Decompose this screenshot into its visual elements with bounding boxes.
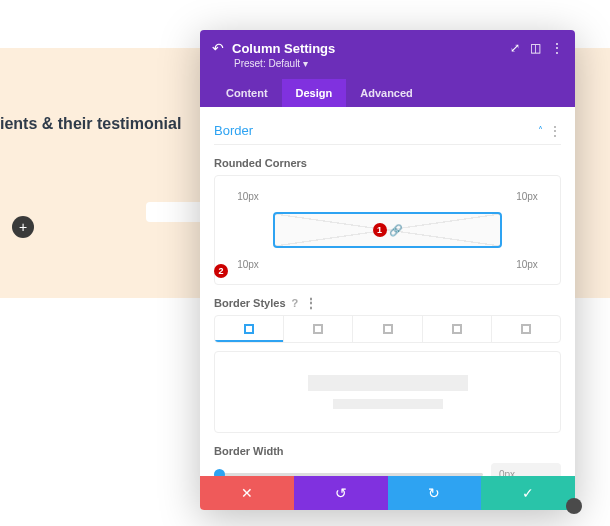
- preset-dropdown[interactable]: Preset: Default ▾: [234, 58, 563, 69]
- style-left[interactable]: [492, 316, 560, 342]
- corner-tr[interactable]: 10px: [508, 191, 546, 202]
- modal-body: Border ˄ ⋮ Rounded Corners 10px 10px 1 🔗…: [200, 107, 575, 476]
- rounded-corners-label: Rounded Corners: [214, 157, 561, 169]
- annotation-1: 1: [373, 223, 387, 237]
- corners-link-box[interactable]: 1 🔗: [273, 212, 502, 248]
- expand-icon[interactable]: ⤢: [510, 41, 520, 55]
- column-settings-modal: ↶ Column Settings ⤢ ◫ ⋮ Preset: Default …: [200, 30, 575, 510]
- back-icon[interactable]: ↶: [212, 40, 224, 56]
- link-icon[interactable]: 🔗: [389, 224, 403, 237]
- style-all[interactable]: [215, 316, 284, 342]
- help-icon[interactable]: ?: [292, 297, 299, 309]
- tab-content[interactable]: Content: [212, 79, 282, 107]
- corner-tl[interactable]: 10px: [229, 191, 267, 202]
- border-width-value[interactable]: 0px: [491, 463, 561, 476]
- tab-design[interactable]: Design: [282, 79, 347, 107]
- corner-br[interactable]: 10px: [508, 259, 546, 270]
- style-bottom[interactable]: [423, 316, 492, 342]
- border-preview: [214, 351, 561, 433]
- slider-thumb[interactable]: [214, 469, 225, 477]
- section-options-icon[interactable]: ⋮: [549, 124, 561, 138]
- save-button[interactable]: ✓: [481, 476, 575, 510]
- redo-button[interactable]: ↻: [388, 476, 482, 510]
- annotation-2: 2: [214, 264, 228, 278]
- style-top[interactable]: [284, 316, 353, 342]
- chevron-up-icon: ˄: [538, 125, 543, 136]
- modal-title: Column Settings: [232, 41, 335, 56]
- modal-footer: ✕ ↺ ↻ ✓: [200, 476, 575, 510]
- rounded-corners-control[interactable]: 10px 10px 1 🔗 10px 10px 2: [214, 175, 561, 285]
- border-styles-selector[interactable]: [214, 315, 561, 343]
- corner-bl[interactable]: 10px: [229, 259, 267, 270]
- resize-handle[interactable]: [566, 498, 582, 514]
- border-width-label: Border Width: [214, 445, 561, 457]
- style-right[interactable]: [353, 316, 422, 342]
- cancel-button[interactable]: ✕: [200, 476, 294, 510]
- styles-options-icon[interactable]: ⋮: [304, 299, 318, 307]
- add-section-button[interactable]: +: [12, 216, 34, 238]
- section-border-toggle[interactable]: Border ˄ ⋮: [214, 117, 561, 145]
- undo-button[interactable]: ↺: [294, 476, 388, 510]
- background-heading: ients & their testimonial: [0, 115, 181, 133]
- modal-header: ↶ Column Settings ⤢ ◫ ⋮ Preset: Default …: [200, 30, 575, 107]
- border-width-slider[interactable]: [214, 473, 483, 476]
- border-styles-label: Border Styles ? ⋮: [214, 297, 561, 309]
- tab-advanced[interactable]: Advanced: [346, 79, 427, 107]
- snap-icon[interactable]: ◫: [530, 41, 541, 55]
- more-icon[interactable]: ⋮: [551, 41, 563, 55]
